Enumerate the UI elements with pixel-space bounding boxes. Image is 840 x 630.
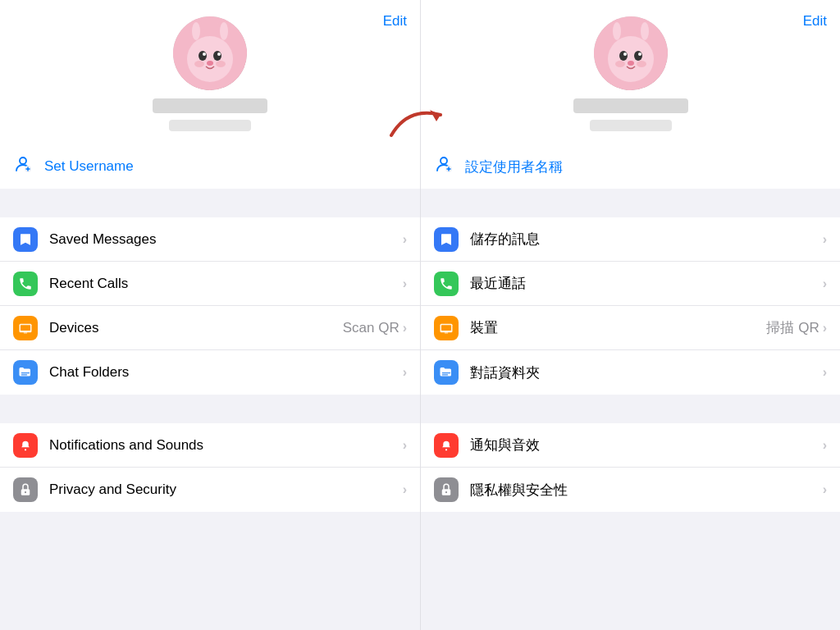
svg-point-6 (199, 51, 207, 61)
svg-point-12 (216, 61, 226, 67)
svg-point-31 (634, 51, 642, 61)
svg-point-23 (25, 491, 26, 493)
chat-folders-item-left[interactable]: Chat Folders › (0, 350, 420, 395)
devices-icon-right (434, 316, 459, 340)
saved-messages-label-right: 儲存的訊息 (470, 230, 823, 249)
devices-label-left: Devices (49, 320, 343, 336)
recent-calls-icon-right (434, 272, 459, 296)
name-placeholder-left (153, 98, 267, 113)
gap2-right (421, 395, 840, 423)
recent-calls-item-right[interactable]: 最近通話 › (421, 262, 840, 306)
gap1-left (0, 189, 420, 217)
chat-folders-chevron-right: › (823, 365, 827, 380)
devices-secondary-right: 掃描 QR (766, 318, 819, 337)
gap1-right (421, 189, 840, 217)
username-icon-left (13, 154, 33, 179)
devices-item-right[interactable]: 裝置 掃描 QR › (421, 306, 840, 350)
svg-point-33 (638, 52, 641, 56)
svg-point-3 (192, 22, 200, 40)
privacy-item-right[interactable]: 隱私權與安全性 › (421, 468, 840, 512)
recent-calls-icon-left (13, 272, 38, 296)
svg-rect-43 (442, 374, 449, 375)
svg-point-8 (203, 52, 206, 56)
recent-calls-item-left[interactable]: Recent Calls › (0, 262, 420, 306)
svg-point-47 (445, 491, 447, 493)
group2-left: Notifications and Sounds › Privacy and S… (0, 423, 420, 512)
set-username-item-right[interactable]: 設定使用者名稱 (421, 144, 840, 189)
edit-button-right[interactable]: Edit (803, 13, 827, 30)
edit-button-left[interactable]: Edit (383, 13, 407, 30)
notifications-chevron-left: › (403, 438, 407, 453)
recent-calls-label-left: Recent Calls (49, 276, 403, 292)
right-panel: Edit (420, 0, 840, 630)
devices-icon-left (13, 316, 38, 340)
saved-messages-chevron-right: › (823, 232, 827, 247)
profile-section-right: Edit (421, 0, 840, 144)
devices-item-left[interactable]: Devices Scan QR › (0, 306, 420, 350)
name-placeholder-right (573, 98, 688, 113)
saved-messages-item-right[interactable]: 儲存的訊息 › (421, 217, 840, 262)
svg-rect-16 (21, 325, 30, 331)
svg-point-9 (217, 52, 221, 56)
chat-folders-label-right: 對話資料夾 (470, 363, 823, 382)
username-section-right: 設定使用者名稱 (421, 144, 840, 189)
notifications-icon-left (13, 433, 38, 458)
privacy-icon-right (434, 477, 459, 502)
privacy-chevron-right: › (823, 482, 827, 497)
phone-placeholder-left (169, 120, 251, 131)
svg-rect-19 (21, 374, 28, 375)
saved-messages-icon-right (434, 227, 459, 252)
group1-left: Saved Messages › Recent Calls › Devices (0, 217, 420, 395)
notifications-chevron-right: › (823, 438, 827, 453)
devices-secondary-left: Scan QR (343, 320, 399, 336)
avatar-left[interactable] (173, 16, 247, 90)
svg-point-37 (441, 158, 447, 164)
chat-folders-icon-left (13, 360, 38, 385)
chat-folders-label-left: Chat Folders (49, 364, 403, 381)
saved-messages-item-left[interactable]: Saved Messages › (0, 217, 420, 262)
avatar-right[interactable] (594, 16, 668, 90)
svg-point-36 (637, 61, 646, 67)
svg-rect-41 (445, 332, 449, 333)
chat-folders-chevron-left: › (403, 365, 407, 380)
privacy-label-left: Privacy and Security (49, 482, 403, 498)
username-label-left: Set Username (44, 158, 134, 175)
devices-label-right: 裝置 (470, 318, 766, 337)
notifications-label-right: 通知與音效 (470, 436, 823, 454)
svg-point-28 (641, 22, 649, 40)
privacy-icon-left (13, 477, 38, 502)
recent-calls-label-right: 最近通話 (470, 274, 823, 293)
username-section-left: Set Username (0, 144, 420, 189)
svg-point-5 (187, 36, 233, 82)
privacy-chevron-left: › (403, 482, 407, 497)
saved-messages-chevron-left: › (403, 232, 407, 247)
notifications-item-left[interactable]: Notifications and Sounds › (0, 423, 420, 468)
svg-rect-42 (442, 372, 451, 373)
chat-folders-item-right[interactable]: 對話資料夾 › (421, 350, 840, 395)
svg-point-27 (613, 22, 621, 40)
svg-point-45 (445, 449, 447, 450)
svg-point-29 (608, 36, 654, 82)
notifications-icon-right (434, 433, 459, 458)
gap2-left (0, 395, 420, 423)
chat-folders-icon-right (434, 360, 459, 385)
svg-point-35 (615, 61, 625, 67)
username-icon-right (434, 154, 454, 179)
saved-messages-icon-left (13, 227, 38, 252)
privacy-item-left[interactable]: Privacy and Security › (0, 468, 420, 512)
svg-point-21 (25, 449, 26, 450)
group1-right: 儲存的訊息 › 最近通話 › 裝置 掃描 QR › (421, 217, 840, 395)
svg-point-10 (207, 61, 213, 66)
set-username-item-left[interactable]: Set Username (0, 144, 420, 189)
svg-point-11 (194, 61, 204, 67)
phone-placeholder-right (590, 120, 672, 131)
svg-point-30 (619, 51, 628, 61)
username-label-right: 設定使用者名稱 (465, 158, 563, 176)
group2-right: 通知與音效 › 隱私權與安全性 › (421, 423, 840, 512)
svg-rect-17 (24, 332, 28, 333)
notifications-label-left: Notifications and Sounds (49, 437, 403, 454)
devices-chevron-left: › (403, 321, 407, 336)
svg-rect-40 (441, 325, 451, 331)
svg-point-7 (213, 51, 221, 61)
notifications-item-right[interactable]: 通知與音效 › (421, 423, 840, 468)
